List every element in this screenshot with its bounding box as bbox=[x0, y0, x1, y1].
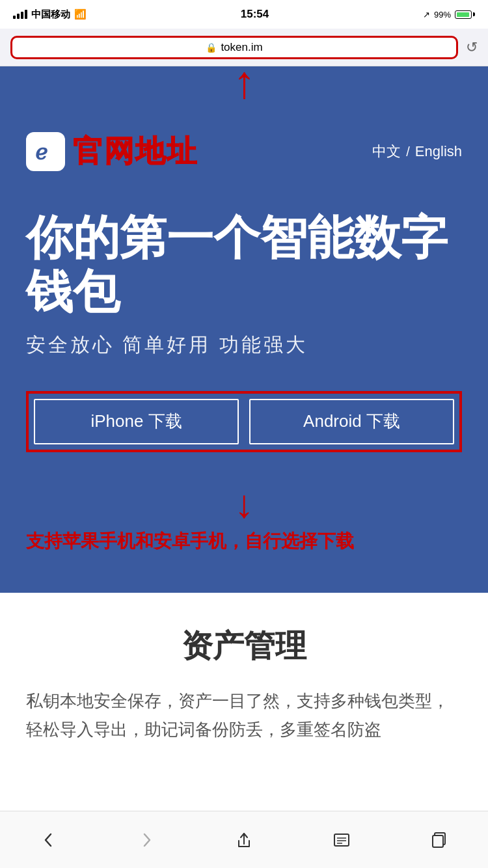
asset-section: 资产管理 私钥本地安全保存，资产一目了然，支持多种钱包类型，轻松导入导出，助记词… bbox=[0, 593, 488, 770]
lock-icon: 🔒 bbox=[206, 42, 217, 53]
url-text: token.im bbox=[221, 41, 262, 54]
signal-bars bbox=[13, 10, 27, 19]
lang-chinese[interactable]: 中文 bbox=[372, 142, 401, 161]
annotation-section: 支持苹果手机和安卓手机，自行选择下载 bbox=[26, 524, 462, 567]
arrow-down-section: ↓ bbox=[26, 478, 462, 524]
share-button[interactable] bbox=[224, 821, 264, 860]
site-title: 官网地址 bbox=[73, 131, 198, 172]
bottom-nav bbox=[0, 811, 488, 868]
android-download-button[interactable]: Android 下载 bbox=[249, 399, 454, 444]
status-time: 15:54 bbox=[241, 8, 269, 21]
wifi-icon: 📶 bbox=[74, 8, 87, 20]
download-buttons: iPhone 下载 Android 下载 bbox=[34, 399, 454, 444]
site-header: ℯ 官网地址 中文 / English bbox=[26, 118, 462, 191]
arrow-up-icon: ↓ bbox=[233, 66, 256, 112]
asset-body: 私钥本地安全保存，资产一目了然，支持多种钱包类型，轻松导入导出，助记词备份防丢，… bbox=[26, 686, 462, 744]
status-left: 中国移动 📶 bbox=[13, 8, 87, 21]
battery-label: 99% bbox=[434, 10, 451, 20]
iphone-download-button[interactable]: iPhone 下载 bbox=[34, 399, 239, 444]
lang-english[interactable]: English bbox=[415, 143, 462, 160]
browser-bar: 🔒 token.im ↺ bbox=[0, 29, 488, 66]
bookmarks-button[interactable] bbox=[322, 821, 361, 860]
svg-text:ℯ: ℯ bbox=[35, 141, 47, 164]
hero-subtitle: 安全放心 简单好用 功能强大 bbox=[26, 332, 462, 359]
arrow-down-icon: ↓ bbox=[234, 485, 254, 524]
location-icon: ↗ bbox=[423, 10, 430, 20]
forward-button[interactable] bbox=[127, 821, 166, 860]
tabs-button[interactable] bbox=[420, 821, 459, 860]
battery-indicator bbox=[455, 10, 475, 19]
status-bar: 中国移动 📶 15:54 ↗ 99% bbox=[0, 0, 488, 29]
svg-rect-7 bbox=[433, 835, 443, 847]
back-button[interactable] bbox=[29, 821, 68, 860]
reload-button[interactable]: ↺ bbox=[466, 39, 478, 56]
carrier-label: 中国移动 bbox=[31, 8, 70, 21]
status-right: ↗ 99% bbox=[423, 10, 475, 20]
download-buttons-container: iPhone 下载 Android 下载 bbox=[26, 391, 462, 452]
website-main: ↓ ℯ 官网地址 中文 / English 你的第一个智能数字钱包 安全放心 简… bbox=[0, 66, 488, 593]
lang-switcher[interactable]: 中文 / English bbox=[372, 142, 462, 161]
annotation-text: 支持苹果手机和安卓手机，自行选择下载 bbox=[26, 531, 354, 551]
logo-icon: ℯ bbox=[26, 132, 65, 171]
logo-area: ℯ 官网地址 bbox=[26, 131, 198, 172]
hero-title: 你的第一个智能数字钱包 bbox=[26, 211, 462, 319]
arrow-up-section: ↓ bbox=[0, 66, 488, 118]
url-bar[interactable]: 🔒 token.im bbox=[10, 36, 458, 59]
hero-section: 你的第一个智能数字钱包 安全放心 简单好用 功能强大 iPhone 下载 And… bbox=[26, 191, 462, 478]
svg-rect-2 bbox=[334, 834, 349, 846]
asset-title: 资产管理 bbox=[26, 625, 462, 667]
lang-divider: / bbox=[406, 144, 410, 159]
